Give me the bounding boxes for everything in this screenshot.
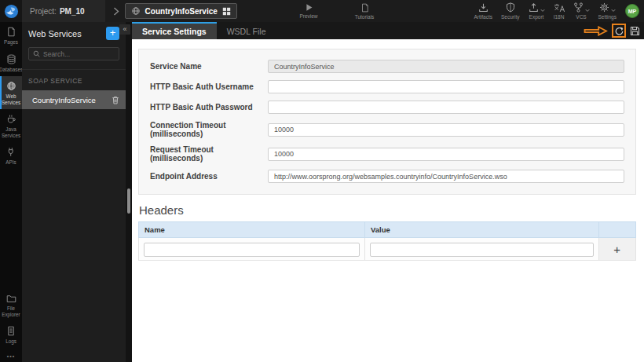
headers-title: Headers	[139, 203, 636, 217]
sidebar-item-databases[interactable]: Databases	[0, 49, 22, 77]
sidebar-label-databases: Databases	[0, 67, 23, 73]
globe-icon	[6, 81, 16, 91]
tutorials-doc-icon	[360, 3, 369, 13]
endpoint-address-input[interactable]	[268, 170, 624, 183]
sidebar-label-apis: APIs	[5, 159, 16, 166]
sidebar-item-logs[interactable]: Logs	[0, 321, 22, 349]
service-list-item[interactable]: CountryInfoService	[22, 90, 126, 109]
panel-header: Web Services +	[22, 24, 126, 42]
service-search[interactable]	[28, 47, 119, 60]
log-icon	[6, 326, 16, 336]
branch-icon	[573, 2, 584, 13]
panel-scrollbar[interactable]	[127, 188, 130, 214]
basic-auth-username-input[interactable]	[268, 80, 624, 93]
security-label: Security	[501, 14, 519, 20]
search-input[interactable]	[43, 50, 115, 58]
web-services-panel: Web Services + SOAP SERVICE CountryInfoS…	[22, 22, 126, 362]
field-row: Request Timeout (milliseconds)	[150, 145, 624, 163]
settings-button[interactable]: Settings	[598, 2, 617, 20]
breadcrumb-chevron-icon	[113, 7, 119, 16]
page-icon	[6, 27, 16, 37]
column-header-name: Name	[139, 222, 365, 238]
artifacts-button[interactable]: Artifacts	[474, 3, 492, 20]
i18n-label: I18N	[554, 14, 565, 20]
sidebar-item-pages[interactable]: Pages	[0, 22, 22, 49]
sidebar-label-java-services: Java Services	[0, 126, 22, 138]
field-label: Connection Timeout (milliseconds)	[150, 121, 268, 138]
header-value-cell	[365, 238, 599, 261]
caret-down-icon	[540, 9, 545, 13]
reload-icon	[615, 27, 624, 35]
delete-service-button[interactable]	[112, 96, 119, 104]
header-name-cell	[139, 238, 365, 261]
tutorials-button[interactable]: Tutorials	[346, 0, 383, 22]
field-row: Endpoint Address	[150, 170, 624, 183]
topbar-actions: Artifacts Security	[474, 0, 639, 22]
active-service-pill[interactable]: CountryInfoService	[125, 3, 237, 19]
sidebar-label-web-services: Web Services	[0, 93, 22, 105]
project-label: Project:	[30, 7, 57, 16]
field-label: Endpoint Address	[150, 172, 268, 181]
soap-service-section-label: SOAP SERVICE	[22, 69, 126, 90]
security-button[interactable]: Security	[501, 2, 519, 20]
request-timeout-input[interactable]	[268, 148, 624, 161]
download-icon	[478, 3, 488, 13]
sidebar-label-file-explorer: File Explorer	[0, 305, 22, 317]
main-area: Service Settings WSDL File	[132, 22, 644, 362]
folder-icon	[6, 294, 16, 303]
preview-label: Preview	[299, 13, 317, 19]
app-logo[interactable]	[0, 0, 22, 22]
field-label: Service Name	[150, 62, 268, 71]
field-row: Connection Timeout (milliseconds)	[150, 121, 624, 138]
header-row: +	[139, 238, 636, 261]
reload-service-button[interactable]	[612, 24, 626, 38]
collapse-panel-button[interactable]: «	[119, 24, 130, 35]
add-header-button[interactable]: +	[598, 238, 636, 261]
column-header-actions	[598, 222, 636, 238]
coffee-icon	[6, 114, 16, 124]
service-settings-form: Service Name HTTP Basic Auth Username HT…	[138, 49, 636, 195]
field-label: HTTP Basic Auth Password	[150, 103, 268, 112]
avatar[interactable]: MP	[625, 4, 639, 18]
project-name: PM_10	[60, 7, 85, 16]
export-button[interactable]: Export	[529, 3, 545, 20]
save-service-button[interactable]	[630, 26, 640, 36]
header-value-input[interactable]	[370, 243, 594, 257]
vcs-label: VCS	[576, 14, 586, 20]
export-label: Export	[529, 14, 544, 20]
field-label: Request Timeout (milliseconds)	[150, 145, 268, 163]
sidebar-item-web-services[interactable]: Web Services	[0, 76, 22, 109]
settings-label: Settings	[598, 14, 617, 20]
sidebar-label-logs: Logs	[5, 338, 16, 345]
connection-timeout-input[interactable]	[268, 123, 624, 137]
caret-down-icon	[611, 9, 616, 13]
field-label: HTTP Basic Auth Username	[150, 82, 268, 91]
globe-icon	[131, 6, 141, 16]
i18n-button[interactable]: I18N	[554, 3, 565, 20]
project-breadcrumb[interactable]: Project: PM_10	[22, 0, 105, 22]
headers-table-head-row: Name Value	[139, 222, 636, 238]
tab-service-settings[interactable]: Service Settings	[132, 22, 217, 39]
play-icon	[305, 3, 313, 12]
service-settings-content: Service Name HTTP Basic Auth Username HT…	[132, 39, 644, 261]
wavemaker-logo-icon	[4, 4, 19, 19]
headers-table: Name Value +	[138, 221, 636, 261]
tab-bar: Service Settings WSDL File	[132, 22, 644, 39]
annotation-arrow	[584, 26, 608, 36]
sidebar-item-java-services[interactable]: Java Services	[0, 109, 22, 142]
save-icon	[630, 26, 640, 36]
header-name-input[interactable]	[144, 243, 360, 257]
artifacts-label: Artifacts	[474, 14, 492, 20]
upload-icon	[529, 3, 539, 13]
tab-wsdl-file[interactable]: WSDL File	[217, 22, 276, 39]
add-service-button[interactable]: +	[106, 27, 119, 40]
preview-button[interactable]: Preview	[292, 0, 325, 22]
sidebar-item-apis[interactable]: APIs	[0, 142, 22, 170]
field-row: HTTP Basic Auth Username	[150, 80, 624, 93]
service-title: CountryInfoService	[145, 7, 218, 16]
basic-auth-password-input[interactable]	[268, 101, 624, 114]
sidebar-item-file-explorer[interactable]: File Explorer	[0, 289, 22, 321]
vcs-button[interactable]: VCS	[573, 2, 590, 20]
gear-icon	[599, 2, 609, 13]
sidebar-more-button[interactable]: •••	[0, 349, 22, 362]
